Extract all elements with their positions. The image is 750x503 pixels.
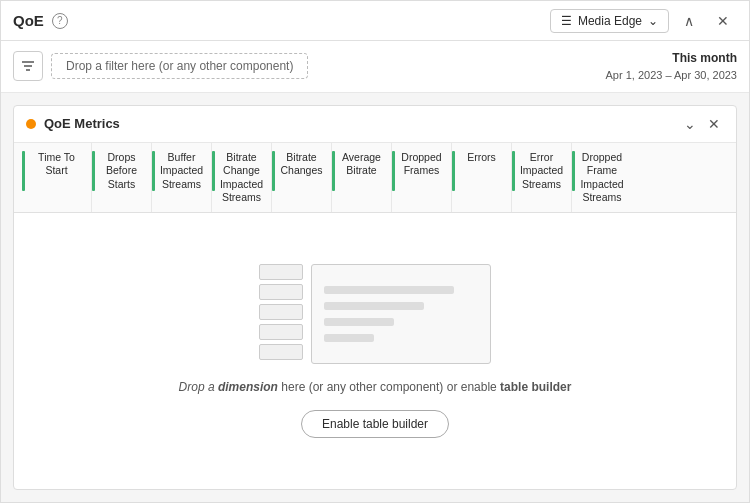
app-window: QoE ? ☰ Media Edge ⌄ ∧ ✕ — [0, 0, 750, 503]
col-header-dropped-frames: DroppedFrames — [392, 143, 452, 212]
enable-table-builder-button[interactable]: Enable table builder — [301, 410, 449, 438]
panel-title-row: QoE Metrics — [26, 116, 120, 131]
col-header-bitrate-change-impacted-streams: BitrateChangeImpactedStreams — [212, 143, 272, 212]
media-edge-label: Media Edge — [578, 14, 642, 28]
drop-label-italic: Drop a dimension — [179, 380, 278, 394]
empty-text-connector: here (or any other component) or enable — [281, 380, 500, 394]
filter-bar-left: Drop a filter here (or any other compone… — [13, 51, 308, 81]
col-label-buffer-impacted-streams: BufferImpactedStreams — [160, 151, 203, 192]
col-label-dropped-frames: DroppedFrames — [401, 151, 441, 178]
col-label-average-bitrate: AverageBitrate — [342, 151, 381, 178]
col-label-errors: Errors — [467, 151, 496, 165]
panel-collapse-button[interactable]: ⌄ — [680, 114, 700, 134]
chevron-down-icon: ⌄ — [648, 14, 658, 28]
col-green-bar — [332, 151, 335, 191]
date-range: Apr 1, 2023 – Apr 30, 2023 — [606, 67, 738, 84]
app-header: QoE ? ☰ Media Edge ⌄ ∧ ✕ — [1, 1, 749, 41]
col-label-dropped-frame-impacted-streams: DroppedFrameImpactedStreams — [580, 151, 623, 206]
col-green-bar — [212, 151, 215, 191]
filter-icon — [21, 59, 35, 73]
panel-close-button[interactable]: ✕ — [704, 114, 724, 134]
wf-line — [324, 318, 394, 326]
col-green-bar — [572, 151, 575, 191]
panel-title: QoE Metrics — [44, 116, 120, 131]
chevron-down-icon: ∧ — [684, 13, 694, 29]
wf-right — [311, 264, 491, 364]
col-label-bitrate-change-impacted-streams: BitrateChangeImpactedStreams — [220, 151, 263, 206]
main-content: QoE Metrics ⌄ ✕ Time ToStartDropsBeforeS… — [1, 93, 749, 503]
media-edge-button[interactable]: ☰ Media Edge ⌄ — [550, 9, 669, 33]
col-label-drops-before-starts: DropsBeforeStarts — [106, 151, 137, 192]
header-left: QoE ? — [13, 12, 68, 29]
col-header-average-bitrate: AverageBitrate — [332, 143, 392, 212]
empty-state-text: Drop a dimension here (or any other comp… — [179, 380, 572, 394]
col-header-error-impacted-streams: ErrorImpactedStreams — [512, 143, 572, 212]
col-green-bar — [512, 151, 515, 191]
list-icon: ☰ — [561, 14, 572, 28]
help-icon[interactable]: ? — [52, 13, 68, 29]
wf-line — [324, 286, 454, 294]
dimension-word: dimension — [218, 380, 278, 394]
col-green-bar — [272, 151, 275, 191]
col-header-buffer-impacted-streams: BufferImpactedStreams — [152, 143, 212, 212]
wf-row — [259, 344, 303, 360]
panel-header: QoE Metrics ⌄ ✕ — [14, 106, 736, 143]
wf-left — [259, 264, 303, 364]
filter-bar: Drop a filter here (or any other compone… — [1, 41, 749, 93]
col-green-bar — [152, 151, 155, 191]
date-info: This month Apr 1, 2023 – Apr 30, 2023 — [606, 49, 738, 84]
wf-row — [259, 264, 303, 280]
filter-drop-zone[interactable]: Drop a filter here (or any other compone… — [51, 53, 308, 79]
col-header-drops-before-starts: DropsBeforeStarts — [92, 143, 152, 212]
col-green-bar — [392, 151, 395, 191]
table-builder-word: table builder — [500, 380, 571, 394]
wf-row — [259, 304, 303, 320]
col-header-time-to-start: Time ToStart — [22, 143, 92, 212]
columns-header: Time ToStartDropsBeforeStartsBufferImpac… — [14, 143, 736, 213]
wireframe-illustration — [259, 264, 491, 364]
empty-state: Drop a dimension here (or any other comp… — [14, 213, 736, 490]
collapse-button[interactable]: ∧ — [675, 7, 703, 35]
col-label-bitrate-changes: BitrateChanges — [280, 151, 322, 178]
qoe-metrics-panel: QoE Metrics ⌄ ✕ Time ToStartDropsBeforeS… — [13, 105, 737, 491]
col-green-bar — [452, 151, 455, 191]
wf-line — [324, 302, 424, 310]
close-icon: ✕ — [717, 13, 729, 29]
wf-row — [259, 324, 303, 340]
col-green-bar — [22, 151, 25, 191]
wf-row — [259, 284, 303, 300]
app-title: QoE — [13, 12, 44, 29]
filter-button[interactable] — [13, 51, 43, 81]
panel-controls: ⌄ ✕ — [680, 114, 724, 134]
header-right: ☰ Media Edge ⌄ ∧ ✕ — [550, 7, 737, 35]
col-header-bitrate-changes: BitrateChanges — [272, 143, 332, 212]
col-header-dropped-frame-impacted-streams: DroppedFrameImpactedStreams — [572, 143, 632, 212]
col-green-bar — [92, 151, 95, 191]
col-label-time-to-start: Time ToStart — [38, 151, 75, 178]
date-label: This month — [606, 49, 738, 67]
wf-line — [324, 334, 374, 342]
col-header-errors: Errors — [452, 143, 512, 212]
col-label-error-impacted-streams: ErrorImpactedStreams — [520, 151, 563, 192]
status-dot — [26, 119, 36, 129]
close-button[interactable]: ✕ — [709, 7, 737, 35]
